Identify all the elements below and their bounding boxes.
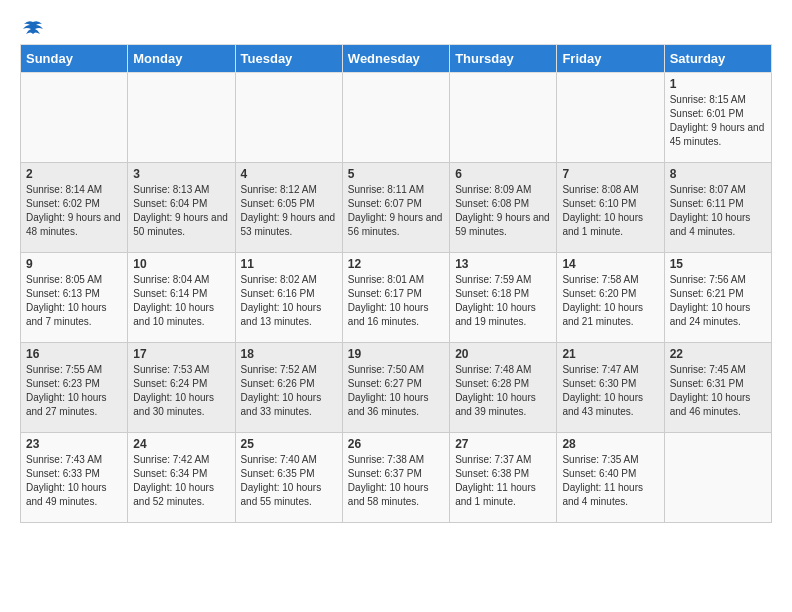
day-number: 28 [562,437,658,451]
day-info: Sunrise: 8:15 AM Sunset: 6:01 PM Dayligh… [670,93,766,149]
calendar-cell [450,73,557,163]
week-row-5: 23Sunrise: 7:43 AM Sunset: 6:33 PM Dayli… [21,433,772,523]
day-number: 13 [455,257,551,271]
logo [20,20,44,34]
day-info: Sunrise: 7:37 AM Sunset: 6:38 PM Dayligh… [455,453,551,509]
day-number: 26 [348,437,444,451]
day-info: Sunrise: 8:12 AM Sunset: 6:05 PM Dayligh… [241,183,337,239]
day-info: Sunrise: 8:08 AM Sunset: 6:10 PM Dayligh… [562,183,658,239]
day-info: Sunrise: 8:05 AM Sunset: 6:13 PM Dayligh… [26,273,122,329]
calendar-cell: 17Sunrise: 7:53 AM Sunset: 6:24 PM Dayli… [128,343,235,433]
calendar-cell: 12Sunrise: 8:01 AM Sunset: 6:17 PM Dayli… [342,253,449,343]
day-number: 15 [670,257,766,271]
day-number: 17 [133,347,229,361]
day-number: 7 [562,167,658,181]
day-header-sunday: Sunday [21,45,128,73]
calendar-cell: 13Sunrise: 7:59 AM Sunset: 6:18 PM Dayli… [450,253,557,343]
calendar-cell: 15Sunrise: 7:56 AM Sunset: 6:21 PM Dayli… [664,253,771,343]
calendar-cell: 21Sunrise: 7:47 AM Sunset: 6:30 PM Dayli… [557,343,664,433]
day-number: 9 [26,257,122,271]
day-info: Sunrise: 7:42 AM Sunset: 6:34 PM Dayligh… [133,453,229,509]
calendar-cell: 24Sunrise: 7:42 AM Sunset: 6:34 PM Dayli… [128,433,235,523]
day-info: Sunrise: 8:13 AM Sunset: 6:04 PM Dayligh… [133,183,229,239]
day-header-monday: Monday [128,45,235,73]
logo-bird-icon [22,20,44,38]
calendar-cell: 14Sunrise: 7:58 AM Sunset: 6:20 PM Dayli… [557,253,664,343]
day-number: 12 [348,257,444,271]
day-header-wednesday: Wednesday [342,45,449,73]
calendar-cell: 27Sunrise: 7:37 AM Sunset: 6:38 PM Dayli… [450,433,557,523]
day-number: 5 [348,167,444,181]
calendar-cell: 19Sunrise: 7:50 AM Sunset: 6:27 PM Dayli… [342,343,449,433]
calendar-cell [557,73,664,163]
day-info: Sunrise: 8:07 AM Sunset: 6:11 PM Dayligh… [670,183,766,239]
day-info: Sunrise: 8:14 AM Sunset: 6:02 PM Dayligh… [26,183,122,239]
day-number: 1 [670,77,766,91]
day-number: 3 [133,167,229,181]
calendar-cell [342,73,449,163]
day-info: Sunrise: 7:45 AM Sunset: 6:31 PM Dayligh… [670,363,766,419]
calendar-cell: 22Sunrise: 7:45 AM Sunset: 6:31 PM Dayli… [664,343,771,433]
day-number: 4 [241,167,337,181]
week-row-4: 16Sunrise: 7:55 AM Sunset: 6:23 PM Dayli… [21,343,772,433]
day-info: Sunrise: 7:58 AM Sunset: 6:20 PM Dayligh… [562,273,658,329]
calendar-cell: 23Sunrise: 7:43 AM Sunset: 6:33 PM Dayli… [21,433,128,523]
calendar-cell: 28Sunrise: 7:35 AM Sunset: 6:40 PM Dayli… [557,433,664,523]
day-number: 11 [241,257,337,271]
calendar-cell: 7Sunrise: 8:08 AM Sunset: 6:10 PM Daylig… [557,163,664,253]
page-header [20,20,772,34]
day-number: 24 [133,437,229,451]
day-info: Sunrise: 7:55 AM Sunset: 6:23 PM Dayligh… [26,363,122,419]
calendar-cell: 8Sunrise: 8:07 AM Sunset: 6:11 PM Daylig… [664,163,771,253]
day-number: 8 [670,167,766,181]
day-info: Sunrise: 7:35 AM Sunset: 6:40 PM Dayligh… [562,453,658,509]
day-info: Sunrise: 7:43 AM Sunset: 6:33 PM Dayligh… [26,453,122,509]
day-header-saturday: Saturday [664,45,771,73]
day-info: Sunrise: 7:52 AM Sunset: 6:26 PM Dayligh… [241,363,337,419]
day-info: Sunrise: 8:04 AM Sunset: 6:14 PM Dayligh… [133,273,229,329]
day-info: Sunrise: 8:11 AM Sunset: 6:07 PM Dayligh… [348,183,444,239]
day-number: 27 [455,437,551,451]
calendar-cell: 2Sunrise: 8:14 AM Sunset: 6:02 PM Daylig… [21,163,128,253]
calendar-cell: 5Sunrise: 8:11 AM Sunset: 6:07 PM Daylig… [342,163,449,253]
calendar-cell: 25Sunrise: 7:40 AM Sunset: 6:35 PM Dayli… [235,433,342,523]
day-number: 10 [133,257,229,271]
day-header-thursday: Thursday [450,45,557,73]
day-info: Sunrise: 7:50 AM Sunset: 6:27 PM Dayligh… [348,363,444,419]
day-info: Sunrise: 7:56 AM Sunset: 6:21 PM Dayligh… [670,273,766,329]
day-number: 2 [26,167,122,181]
day-number: 22 [670,347,766,361]
calendar-cell [128,73,235,163]
day-number: 20 [455,347,551,361]
day-number: 16 [26,347,122,361]
calendar-table: SundayMondayTuesdayWednesdayThursdayFrid… [20,44,772,523]
calendar-cell [235,73,342,163]
header-row: SundayMondayTuesdayWednesdayThursdayFrid… [21,45,772,73]
day-number: 25 [241,437,337,451]
day-info: Sunrise: 7:38 AM Sunset: 6:37 PM Dayligh… [348,453,444,509]
day-header-tuesday: Tuesday [235,45,342,73]
day-info: Sunrise: 7:48 AM Sunset: 6:28 PM Dayligh… [455,363,551,419]
week-row-1: 1Sunrise: 8:15 AM Sunset: 6:01 PM Daylig… [21,73,772,163]
day-number: 6 [455,167,551,181]
calendar-cell: 3Sunrise: 8:13 AM Sunset: 6:04 PM Daylig… [128,163,235,253]
calendar-cell: 9Sunrise: 8:05 AM Sunset: 6:13 PM Daylig… [21,253,128,343]
day-number: 18 [241,347,337,361]
calendar-cell: 1Sunrise: 8:15 AM Sunset: 6:01 PM Daylig… [664,73,771,163]
day-info: Sunrise: 8:01 AM Sunset: 6:17 PM Dayligh… [348,273,444,329]
day-info: Sunrise: 8:02 AM Sunset: 6:16 PM Dayligh… [241,273,337,329]
calendar-cell: 18Sunrise: 7:52 AM Sunset: 6:26 PM Dayli… [235,343,342,433]
calendar-cell: 11Sunrise: 8:02 AM Sunset: 6:16 PM Dayli… [235,253,342,343]
week-row-3: 9Sunrise: 8:05 AM Sunset: 6:13 PM Daylig… [21,253,772,343]
calendar-cell [664,433,771,523]
day-info: Sunrise: 8:09 AM Sunset: 6:08 PM Dayligh… [455,183,551,239]
week-row-2: 2Sunrise: 8:14 AM Sunset: 6:02 PM Daylig… [21,163,772,253]
day-info: Sunrise: 7:59 AM Sunset: 6:18 PM Dayligh… [455,273,551,329]
day-info: Sunrise: 7:53 AM Sunset: 6:24 PM Dayligh… [133,363,229,419]
calendar-cell: 26Sunrise: 7:38 AM Sunset: 6:37 PM Dayli… [342,433,449,523]
day-header-friday: Friday [557,45,664,73]
calendar-cell: 6Sunrise: 8:09 AM Sunset: 6:08 PM Daylig… [450,163,557,253]
day-number: 23 [26,437,122,451]
calendar-cell: 4Sunrise: 8:12 AM Sunset: 6:05 PM Daylig… [235,163,342,253]
calendar-cell: 16Sunrise: 7:55 AM Sunset: 6:23 PM Dayli… [21,343,128,433]
